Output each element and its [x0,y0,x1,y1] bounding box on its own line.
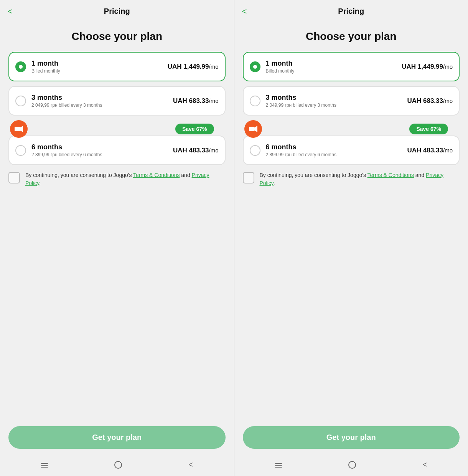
left-content: Choose your plan 1 month Billed monthly … [0,20,234,426]
right-consent-row: By continuing, you are consenting to Jog… [243,171,460,187]
left-save-area: Save 67% 6 months 2 899,99 грн billed ev… [8,120,226,165]
svg-rect-2 [249,127,254,131]
video-camera-icon-right [249,126,257,132]
left-plan-1month-price: UAH 1,449.99/mo [168,63,219,71]
left-radio-1month[interactable] [15,61,26,72]
right-plan-1month-price: UAH 1,449.99/mo [402,63,453,71]
left-radio-6months[interactable] [15,145,26,156]
left-plan-6months-sub: 2 899,99 грн billed every 6 months [31,152,173,157]
left-consent-row: By continuing, you are consenting to Jog… [8,171,226,187]
right-plan-1month[interactable]: 1 month Billed monthly UAH 1,449.99/mo [243,52,460,81]
right-plan-6months-name: 6 months [266,143,407,151]
svg-rect-0 [15,127,20,131]
right-plan-6months[interactable]: 6 months 2 899,99 грн billed every 6 mon… [243,136,460,165]
left-nav-menu-icon[interactable] [41,462,48,468]
right-plan-3months-name: 3 months [266,94,407,102]
right-back-button[interactable]: < [242,7,247,17]
right-radio-3months[interactable] [250,96,260,106]
right-get-plan-button[interactable]: Get your plan [243,426,460,449]
left-plan-6months-name: 6 months [31,143,173,151]
right-plan-1month-name: 1 month [266,60,402,68]
right-privacy-link[interactable]: Privacy Policy [260,172,443,186]
left-plan-3months-sub: 2 049,99 грн billed every 3 months [31,102,173,108]
left-plan-3months[interactable]: 3 months 2 049,99 грн billed every 3 mon… [8,86,226,116]
left-bottom-nav: < [0,455,234,476]
right-consent-checkbox[interactable] [243,172,254,183]
right-panel: < Pricing Choose your plan 1 month Bille… [234,0,468,476]
right-plan-1month-sub: Billed monthly [266,68,402,74]
left-plan-1month-name: 1 month [31,60,168,68]
left-plan-1month-sub: Billed monthly [31,68,168,74]
right-plan-6months-price: UAH 483.33/mo [407,147,453,154]
right-nav-home-icon[interactable] [348,461,356,469]
svg-marker-3 [254,126,257,132]
left-radio-3months[interactable] [15,96,26,106]
left-get-plan-button[interactable]: Get your plan [8,426,226,449]
right-page-title: Choose your plan [243,30,460,43]
left-terms-link[interactable]: Terms & Conditions [133,172,180,178]
right-save-area: Save 67% 6 months 2 899,99 грн billed ev… [243,120,460,165]
left-save-badge: Save 67% [175,124,214,134]
right-video-icon [244,120,262,138]
right-header-title: Pricing [338,7,364,16]
right-terms-link[interactable]: Terms & Conditions [367,172,414,178]
right-radio-1month[interactable] [250,61,260,72]
right-bottom-nav: < [234,455,468,476]
left-plan-3months-price: UAH 683.33/mo [173,97,219,105]
left-privacy-link[interactable]: Privacy Policy [25,172,209,186]
left-header: < Pricing [0,0,234,20]
left-consent-text: By continuing, you are consenting to Jog… [25,171,226,187]
left-plan-6months[interactable]: 6 months 2 899,99 грн billed every 6 mon… [8,136,226,165]
right-nav-back-icon[interactable]: < [423,460,427,469]
right-content: Choose your plan 1 month Billed monthly … [234,20,468,426]
right-nav-menu-icon[interactable] [275,462,282,468]
right-save-badge: Save 67% [409,124,448,134]
right-plan-3months-price: UAH 683.33/mo [407,97,453,105]
left-nav-home-icon[interactable] [114,461,122,469]
right-header: < Pricing [234,0,468,20]
left-save-badge-row: Save 67% [8,120,226,138]
left-plan-1month[interactable]: 1 month Billed monthly UAH 1,449.99/mo [8,52,226,81]
left-panel: < Pricing Choose your plan 1 month Bille… [0,0,234,476]
right-plan-6months-sub: 2 899,99 грн billed every 6 months [266,152,407,157]
right-radio-6months[interactable] [250,145,260,156]
left-back-button[interactable]: < [8,7,13,17]
right-save-badge-row: Save 67% [243,120,460,138]
svg-marker-1 [20,126,23,132]
right-consent-text: By continuing, you are consenting to Jog… [260,171,460,187]
left-header-title: Pricing [104,7,130,16]
right-plan-3months[interactable]: 3 months 2 049,99 грн billed every 3 mon… [243,86,460,116]
left-plan-6months-price: UAH 483.33/mo [173,147,219,154]
left-consent-checkbox[interactable] [8,172,20,183]
left-plan-3months-name: 3 months [31,94,173,102]
left-video-icon [10,120,28,138]
video-camera-icon [15,126,23,132]
left-page-title: Choose your plan [8,30,226,43]
right-plan-3months-sub: 2 049,99 грн billed every 3 months [266,102,407,108]
left-nav-back-icon[interactable]: < [188,460,193,469]
